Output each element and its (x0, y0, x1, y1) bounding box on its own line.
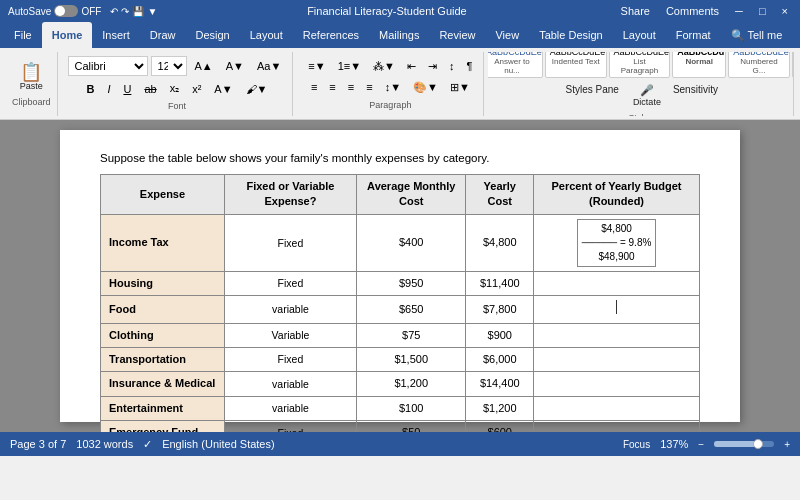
monthly-food: $650 (356, 296, 466, 323)
save-icon[interactable]: 💾 (132, 6, 144, 17)
maximize-button[interactable]: □ (755, 5, 770, 17)
dictate-icon: 🎤 (640, 84, 654, 97)
redo-icon[interactable]: ↷ (121, 6, 129, 17)
change-case-button[interactable]: Aa▼ (252, 58, 286, 74)
type-emergency: Fixed (224, 421, 356, 432)
styles-pane-button[interactable]: Styles Pane (560, 82, 625, 109)
italic-button[interactable]: I (102, 81, 115, 97)
font-size-select[interactable]: 12 (151, 56, 187, 76)
col-fixed-var: Fixed or Variable Expense? (224, 175, 356, 215)
clipboard-label: Clipboard (12, 97, 51, 107)
zoom-slider[interactable] (714, 441, 774, 447)
tab-layout[interactable]: Layout (240, 22, 293, 48)
comments-button[interactable]: Comments (662, 5, 723, 17)
type-transportation: Fixed (224, 348, 356, 372)
tab-table-design[interactable]: Table Design (529, 22, 613, 48)
tab-home[interactable]: Home (42, 22, 93, 48)
percent-insurance (534, 372, 700, 396)
superscript-button[interactable]: x² (187, 81, 206, 97)
document-title: Financial Literacy-Student Guide (157, 5, 616, 17)
numbering-button[interactable]: 1≡▼ (333, 58, 366, 74)
tab-file[interactable]: File (4, 22, 42, 48)
window-controls[interactable]: Share Comments ─ □ × (617, 5, 792, 17)
expense-food: Food (101, 296, 225, 323)
monthly-income-tax: $400 (356, 214, 466, 271)
tab-layout2[interactable]: Layout (613, 22, 666, 48)
justify-button[interactable]: ≡ (361, 79, 377, 95)
text-color-button[interactable]: A▼ (209, 81, 237, 97)
tab-insert[interactable]: Insert (92, 22, 140, 48)
highlight-button[interactable]: 🖌▼ (241, 81, 273, 97)
decrease-indent-button[interactable]: ⇤ (402, 58, 421, 75)
sort-button[interactable]: ↕ (444, 58, 460, 74)
paragraph-group-label: Paragraph (369, 100, 411, 110)
expense-transportation: Transportation (101, 348, 225, 372)
increase-indent-button[interactable]: ⇥ (423, 58, 442, 75)
strikethrough-button[interactable]: ab (139, 81, 161, 97)
clipboard-group: 📋 Paste Clipboard (6, 52, 58, 116)
underline-button[interactable]: U (118, 81, 136, 97)
tab-design[interactable]: Design (185, 22, 239, 48)
minimize-button[interactable]: ─ (731, 5, 747, 17)
tab-references[interactable]: References (293, 22, 369, 48)
align-left-button[interactable]: ≡ (306, 79, 322, 95)
percent-emergency (534, 421, 700, 432)
dictate-label: Dictate (633, 97, 661, 107)
ribbon-tabs[interactable]: File Home Insert Draw Design Layout Refe… (0, 22, 800, 48)
customize-icon[interactable]: ▼ (147, 6, 157, 17)
percent-food[interactable] (534, 296, 700, 323)
tab-mailings[interactable]: Mailings (369, 22, 429, 48)
zoom-slider-handle[interactable] (753, 439, 763, 449)
shading-button[interactable]: 🎨▼ (408, 79, 443, 96)
col-yearly: Yearly Cost (466, 175, 534, 215)
font-shrink-button[interactable]: A▼ (221, 58, 249, 74)
zoom-out-button[interactable]: − (698, 439, 704, 450)
share-button[interactable]: Share (617, 5, 654, 17)
col-percent: Percent of Yearly Budget (Rounded) (534, 175, 700, 215)
status-left: Page 3 of 7 1032 words ✓ English (United… (10, 438, 275, 451)
percent-income-tax: $4,800───── = 9.8%$48,900 (534, 214, 700, 271)
autosave-toggle[interactable] (54, 5, 78, 17)
type-income-tax: Fixed (224, 214, 356, 271)
tab-view[interactable]: View (485, 22, 529, 48)
align-right-button[interactable]: ≡ (343, 79, 359, 95)
monthly-emergency: $50 (356, 421, 466, 432)
bold-button[interactable]: B (81, 81, 99, 97)
yearly-clothing: $900 (466, 323, 534, 347)
tab-review[interactable]: Review (429, 22, 485, 48)
font-name-select[interactable]: Calibri (68, 56, 148, 76)
yearly-income-tax: $4,800 (466, 214, 534, 271)
paste-button[interactable]: 📋 Paste (16, 61, 47, 93)
font-grow-button[interactable]: A▲ (190, 58, 218, 74)
yearly-entertainment: $1,200 (466, 396, 534, 420)
close-button[interactable]: × (778, 5, 792, 17)
expense-clothing: Clothing (101, 323, 225, 347)
undo-icon[interactable]: ↶ (110, 6, 118, 17)
focus-button[interactable]: Focus (623, 439, 650, 450)
expense-table: Expense Fixed or Variable Expense? Avera… (100, 174, 700, 432)
borders-button[interactable]: ⊞▼ (445, 79, 475, 96)
sensitivity-button[interactable]: Sensitivity (669, 82, 722, 109)
table-row: Insurance & Medical variable $1,200 $14,… (101, 372, 700, 396)
style-normal[interactable]: AaBbCcDd Normal (672, 52, 726, 79)
tab-tell-me[interactable]: Format (666, 22, 721, 48)
style-indented[interactable]: AaBbCcDdEe Indented Text (545, 52, 607, 79)
paragraph-group: ≡▼ 1≡▼ ⁂▼ ⇤ ⇥ ↕ ¶ ≡ ≡ ≡ ≡ ↕▼ 🎨▼ ⊞▼ Parag… (297, 52, 484, 116)
style-answer-nu[interactable]: AaBbCcDdEe Answer to nu... (488, 52, 542, 79)
zoom-in-button[interactable]: + (784, 439, 790, 450)
multilevel-button[interactable]: ⁂▼ (368, 58, 400, 75)
subscript-button[interactable]: x₂ (165, 80, 185, 97)
tab-draw[interactable]: Draw (140, 22, 186, 48)
show-formatting-button[interactable]: ¶ (461, 58, 477, 74)
status-bar: Page 3 of 7 1032 words ✓ English (United… (0, 432, 800, 456)
style-numbered[interactable]: AaBbCcDdEe Numbered G... (728, 52, 790, 79)
line-spacing-button[interactable]: ↕▼ (380, 79, 406, 95)
dictate-button[interactable]: 🎤 Dictate (629, 82, 665, 109)
align-center-button[interactable]: ≡ (324, 79, 340, 95)
style-step[interactable]: Step 1: AaBbCcDd (792, 52, 794, 79)
bullets-button[interactable]: ≡▼ (303, 58, 330, 74)
tab-tell-me2[interactable]: 🔍 Tell me (721, 22, 793, 48)
page: Suppose the table below shows your famil… (60, 130, 740, 422)
style-list[interactable]: AaBbCcDdEe List Paragraph (609, 52, 671, 79)
autosave-group[interactable]: AutoSave OFF ↶ ↷ 💾 ▼ (8, 5, 157, 17)
